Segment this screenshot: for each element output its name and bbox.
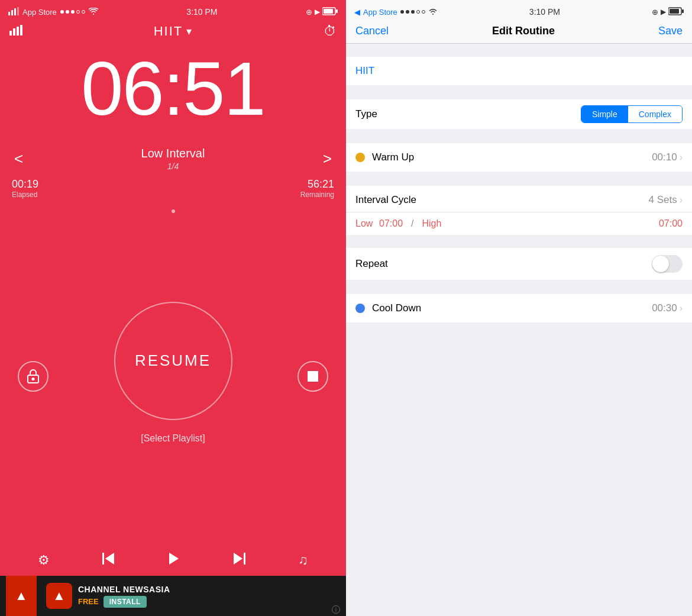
status-right-right-group: ⊕ ▶	[652, 7, 684, 17]
interval-name: Low Interval	[141, 147, 205, 160]
interval-section: < Low Interval 1/4 >	[0, 136, 346, 176]
music-note-icon: ♫	[298, 553, 308, 568]
status-bar-left: App Store 3:10 PM ⊕	[0, 0, 346, 21]
stop-button[interactable]	[298, 361, 328, 392]
form-gap-2	[346, 86, 692, 99]
high-interval-label: High	[422, 218, 659, 229]
type-segmented-control[interactable]: Simple Complex	[581, 105, 683, 123]
form-gap-4	[346, 173, 692, 186]
ad-install-button[interactable]: INSTALL	[104, 596, 147, 608]
svg-rect-9	[17, 27, 19, 36]
lock-button[interactable]	[18, 361, 48, 392]
bottom-space	[346, 324, 692, 442]
interval-cycle-row[interactable]: Interval Cycle 4 Sets ›	[346, 186, 692, 212]
low-interval-label: Low	[355, 218, 379, 229]
settings-button[interactable]: ⚙	[38, 553, 50, 568]
resume-button[interactable]: RESUME	[114, 302, 232, 420]
form-gap-3	[346, 130, 692, 143]
signal-dots-right	[400, 10, 425, 14]
header-title: HIIT ▾	[154, 24, 193, 39]
routine-name-input[interactable]	[355, 65, 683, 77]
cool-down-section: Cool Down 00:30 ›	[346, 294, 692, 322]
prev-interval-button[interactable]: <	[14, 150, 23, 168]
ad-free-label: FREE	[78, 597, 99, 606]
warm-up-row[interactable]: Warm Up 00:10 ›	[346, 143, 692, 172]
cool-down-label: Cool Down	[372, 302, 421, 314]
type-label: Type	[355, 108, 377, 120]
svg-marker-15	[169, 553, 179, 565]
time-right: 3:10 PM	[529, 7, 560, 17]
status-right-left-group: ◀ App Store	[354, 8, 438, 17]
repeat-section: Repeat	[346, 248, 692, 280]
warm-up-right: 00:10 ›	[652, 151, 683, 163]
remaining-box: 56:21 Remaining	[300, 178, 334, 199]
complex-type-button[interactable]: Complex	[628, 106, 682, 122]
ad-title: Channel NewsAsia	[78, 585, 326, 594]
cool-down-row[interactable]: Cool Down 00:30 ›	[346, 294, 692, 322]
carrier-right: App Store	[363, 8, 397, 17]
timer-value: 06:51	[81, 46, 264, 131]
location-icon-left: ⊕	[306, 8, 312, 17]
location-icon-right: ⊕	[652, 8, 658, 17]
playlist-label[interactable]: [Select Playlist]	[141, 433, 205, 444]
ad-logo: ▲	[46, 583, 72, 609]
warm-up-indicator	[355, 153, 365, 162]
status-right-left: ⊕ ▶	[306, 7, 338, 17]
cool-down-indicator	[355, 304, 365, 313]
repeat-toggle[interactable]	[652, 255, 683, 273]
wifi-icon-right	[428, 8, 438, 17]
high-interval-time: 07:00	[659, 218, 683, 229]
controls-area: RESUME [Select Playlist]	[0, 205, 346, 547]
remaining-label: Remaining	[300, 191, 334, 199]
svg-rect-16	[244, 553, 245, 565]
ad-banner[interactable]: ▲ ▲ Channel NewsAsia FREE INSTALL i	[0, 576, 346, 616]
next-interval-button[interactable]: >	[323, 150, 332, 168]
svg-rect-2	[14, 8, 16, 15]
ad-info-icon[interactable]: i	[332, 605, 340, 614]
battery-icon-left	[322, 7, 338, 17]
status-left-group: App Store	[8, 7, 98, 17]
remaining-value: 56:21	[300, 178, 334, 191]
svg-marker-14	[105, 553, 114, 565]
routine-name-section	[346, 57, 692, 85]
dropdown-icon[interactable]: ▾	[186, 25, 192, 38]
svg-marker-17	[234, 553, 242, 565]
cool-down-left: Cool Down	[355, 302, 421, 314]
next-track-button[interactable]	[232, 553, 245, 568]
right-panel: ◀ App Store 3:10 PM ⊕ ▶	[346, 0, 692, 616]
svg-rect-13	[102, 553, 104, 565]
warm-up-label: Warm Up	[372, 151, 414, 163]
header-left: HIIT ▾ ⏱	[0, 21, 346, 44]
elapsed-label: Elapsed	[12, 191, 38, 199]
svg-point-12	[32, 378, 35, 380]
stats-icon[interactable]	[9, 25, 22, 38]
svg-rect-6	[336, 9, 338, 13]
interval-cycle-section: Interval Cycle 4 Sets › Low 07:00 / High…	[346, 186, 692, 235]
svg-rect-0	[8, 12, 10, 15]
interval-cycle-chevron: ›	[680, 195, 683, 205]
left-panel: App Store 3:10 PM ⊕	[0, 0, 346, 616]
repeat-row: Repeat	[346, 248, 692, 280]
resume-label: RESUME	[135, 351, 211, 370]
back-chevron-icon: ◀	[354, 8, 360, 17]
cancel-button[interactable]: Cancel	[355, 25, 389, 37]
interval-slash: /	[403, 218, 422, 229]
wifi-icon-left	[89, 7, 98, 17]
time-left: 3:10 PM	[186, 7, 217, 17]
gps-arrow-icon-right: ▶	[661, 8, 666, 16]
cool-down-right: 00:30 ›	[652, 302, 683, 314]
simple-type-button[interactable]: Simple	[581, 106, 628, 122]
svg-rect-3	[17, 7, 19, 15]
repeat-label: Repeat	[355, 258, 388, 270]
svg-rect-8	[13, 28, 15, 36]
toggle-knob	[652, 256, 669, 272]
nav-bar: Cancel Edit Routine Save	[346, 21, 692, 44]
save-button[interactable]: Save	[658, 25, 683, 37]
play-button[interactable]	[168, 552, 180, 569]
routine-name-row	[346, 57, 692, 85]
form-gap-top	[346, 44, 692, 57]
elapsed-box: 00:19 Elapsed	[12, 178, 38, 199]
prev-track-button[interactable]	[102, 553, 115, 568]
stop-icon	[308, 371, 318, 382]
timer-icon[interactable]: ⏱	[324, 24, 337, 39]
